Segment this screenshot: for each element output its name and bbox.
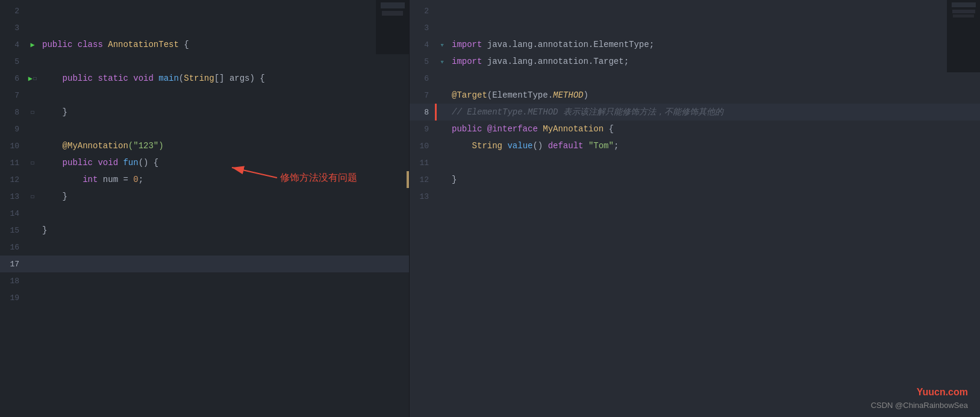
editor-container: 2 3 4 ▶ public class AnnotationTest { 5 (0, 0, 980, 417)
code-line-left-9: 9 (0, 121, 409, 137)
fold-icon[interactable]: ◻ (33, 75, 37, 82)
code-line-left-10: 10 @MyAnnotation("123") (0, 137, 409, 154)
right-code-area: 2 3 4 ▿ import java.lang.annotation.Elem… (410, 0, 980, 417)
code-line-left-6: 6 ▶ ◻ public static void main(String[] a… (0, 70, 409, 87)
code-line-left-8: 8 ◻ } (0, 104, 409, 121)
code-line-right-4: 4 ▿ import java.lang.annotation.ElementT… (410, 36, 980, 53)
code-line-right-6: 6 (410, 70, 980, 87)
code-line-right-7: 7 @Target(ElementType.METHOD) (410, 87, 980, 104)
right-minimap (947, 0, 980, 72)
code-line-left-19: 19 (0, 289, 409, 306)
code-line-left-12: 12 int num = 0; (0, 171, 409, 188)
code-line-right-9: 9 public @interface MyAnnotation { (410, 121, 980, 137)
run-icon[interactable]: ▶ (30, 40, 34, 49)
code-line-left-16: 16 (0, 239, 409, 256)
fold-icon-4[interactable]: ◻ (31, 193, 34, 200)
run-icon-2[interactable]: ▶ (28, 74, 33, 83)
code-line-right-11: 11 (410, 154, 980, 171)
csdn-watermark: CSDN @ChinaRainbowSea (871, 401, 968, 410)
code-line-left-7: 7 (0, 87, 409, 104)
left-pane: 2 3 4 ▶ public class AnnotationTest { 5 (0, 0, 410, 417)
left-code-area: 2 3 4 ▶ public class AnnotationTest { 5 (0, 0, 409, 417)
fold-right-icon-2: ▿ (440, 58, 445, 66)
code-line-right-10: 10 String value() default "Tom"; (410, 137, 980, 154)
code-line-left-3: 3 (0, 19, 409, 36)
line-marker (435, 104, 437, 121)
code-line-left-15: 15 } (0, 222, 409, 239)
fold-icon-2[interactable]: ◻ (31, 108, 34, 116)
code-line-left-14: 14 (0, 205, 409, 222)
code-line-left-5: 5 (0, 53, 409, 70)
code-line-left-18: 18 (0, 272, 409, 289)
fold-right-icon: ▿ (440, 41, 445, 49)
code-line-left-11: 11 ◻ public void fun() { (0, 154, 409, 171)
code-line-right-12: 12 } (410, 171, 980, 188)
code-line-left-4: 4 ▶ public class AnnotationTest { (0, 36, 409, 53)
right-pane: 2 3 4 ▿ import java.lang.annotation.Elem… (410, 0, 980, 417)
code-line-right-3: 3 (410, 19, 980, 36)
code-line-right-2: 2 (410, 2, 980, 19)
code-line-right-13: 13 (410, 188, 980, 205)
code-line-left-13: 13 ◻ } (0, 188, 409, 205)
code-line-left-17: 17 (0, 256, 409, 272)
code-line-left-2: 2 (0, 2, 409, 19)
left-minimap (376, 0, 409, 54)
fold-icon-3[interactable]: ◻ (31, 159, 34, 166)
yuucn-watermark: Yuucn.com (917, 387, 968, 398)
line-indicator (407, 171, 409, 188)
code-line-right-8: 8 // ElementType.METHOD 表示该注解只能修饰方法，不能修饰… (410, 104, 980, 121)
code-line-right-5: 5 ▿ import java.lang.annotation.Target; (410, 53, 980, 70)
